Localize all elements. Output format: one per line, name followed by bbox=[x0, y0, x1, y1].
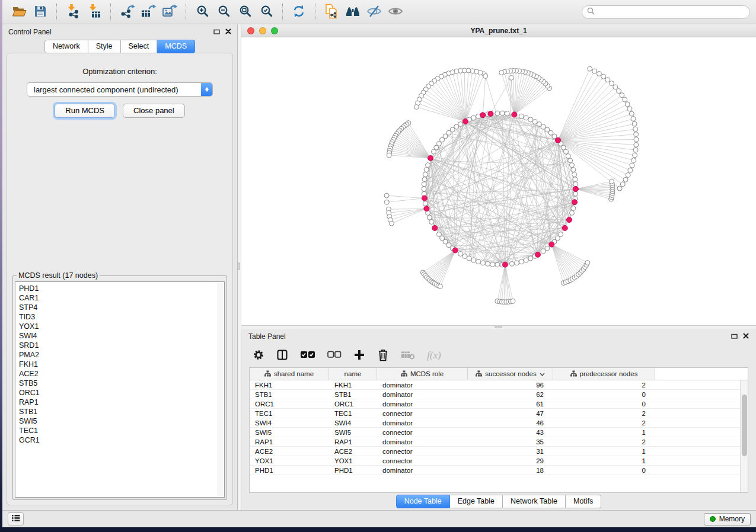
cell-predecessor-nodes[interactable]: 1 bbox=[553, 457, 655, 464]
show-all-button[interactable] bbox=[385, 2, 406, 21]
cell-successor-nodes[interactable]: 35 bbox=[468, 438, 553, 446]
search-input[interactable] bbox=[598, 8, 745, 16]
cell-mcds-role[interactable]: dominator bbox=[377, 382, 468, 389]
mcds-hub-node[interactable] bbox=[502, 262, 508, 267]
table-settings-button[interactable] bbox=[253, 349, 264, 363]
network-node[interactable] bbox=[573, 182, 578, 187]
cell-shared-name[interactable]: PHD1 bbox=[250, 467, 329, 474]
network-node[interactable] bbox=[467, 256, 471, 261]
mcds-result-list[interactable]: PHD1CAR1STP4TID3YOX1SWI4SRD1PMA2FKH1ACE2… bbox=[15, 281, 225, 498]
network-node[interactable] bbox=[585, 260, 590, 265]
network-node[interactable] bbox=[634, 137, 639, 142]
network-node[interactable] bbox=[424, 168, 429, 172]
cell-name[interactable]: ACE2 bbox=[329, 448, 377, 455]
network-node[interactable] bbox=[514, 261, 519, 265]
cell-name[interactable]: PHD1 bbox=[329, 467, 377, 474]
cell-shared-name[interactable]: TEC1 bbox=[250, 410, 329, 417]
cell-shared-name[interactable]: SWI5 bbox=[250, 429, 329, 436]
network-node[interactable] bbox=[625, 102, 630, 107]
network-node[interactable] bbox=[500, 111, 505, 116]
zoom-out-button[interactable] bbox=[213, 2, 234, 21]
cell-successor-nodes[interactable]: 46 bbox=[468, 419, 553, 427]
cell-successor-nodes[interactable]: 47 bbox=[468, 410, 553, 417]
task-history-button[interactable] bbox=[8, 512, 24, 525]
network-node[interactable] bbox=[495, 262, 500, 267]
network-node[interactable] bbox=[519, 114, 524, 118]
show-columns-button[interactable] bbox=[276, 349, 288, 363]
cell-mcds-role[interactable]: dominator bbox=[377, 400, 468, 408]
close-panel-icon[interactable] bbox=[225, 28, 231, 36]
network-node[interactable] bbox=[610, 179, 614, 184]
mcds-hub-node[interactable] bbox=[488, 111, 493, 116]
network-node[interactable] bbox=[414, 105, 419, 110]
function-builder-button[interactable]: f(x) bbox=[427, 350, 441, 361]
network-node[interactable] bbox=[524, 258, 528, 262]
network-node[interactable] bbox=[423, 201, 428, 206]
mcds-hub-node[interactable] bbox=[480, 113, 486, 118]
cell-predecessor-nodes[interactable]: 0 bbox=[553, 391, 655, 398]
network-node[interactable] bbox=[509, 261, 514, 266]
cell-predecessor-nodes[interactable]: 0 bbox=[553, 467, 655, 474]
close-panel-icon[interactable] bbox=[743, 332, 749, 341]
cell-mcds-role[interactable]: connector bbox=[377, 457, 468, 464]
network-node[interactable] bbox=[633, 127, 638, 132]
network-node[interactable] bbox=[511, 299, 515, 303]
network-node[interactable] bbox=[384, 200, 389, 204]
cell-shared-name[interactable]: SWI4 bbox=[250, 419, 329, 427]
mcds-hub-node[interactable] bbox=[573, 187, 579, 192]
network-node[interactable] bbox=[537, 122, 541, 127]
cell-shared-name[interactable]: YOX1 bbox=[250, 457, 329, 464]
clone-network-button[interactable] bbox=[321, 2, 342, 21]
close-window-icon[interactable] bbox=[247, 27, 254, 34]
mcds-result-item[interactable]: TID3 bbox=[19, 312, 224, 322]
mcds-hub-node[interactable] bbox=[422, 196, 427, 201]
network-node[interactable] bbox=[620, 182, 625, 187]
network-node[interactable] bbox=[528, 256, 533, 261]
network-node[interactable] bbox=[633, 148, 638, 152]
mcds-hub-node[interactable] bbox=[535, 252, 541, 257]
optimization-criterion-select[interactable]: largest connected component (undirected) bbox=[27, 82, 213, 97]
network-node[interactable] bbox=[605, 78, 610, 82]
table-row[interactable]: ACE2ACE2connector311 bbox=[250, 447, 748, 456]
network-graph[interactable] bbox=[241, 37, 756, 325]
mcds-result-item[interactable]: SWI5 bbox=[19, 416, 224, 426]
table-row[interactable]: TEC1TEC1connector472 bbox=[250, 409, 748, 418]
mcds-result-item[interactable]: STB1 bbox=[19, 407, 224, 416]
cell-name[interactable]: SWI4 bbox=[329, 419, 377, 427]
close-panel-button[interactable]: Close panel bbox=[123, 104, 185, 118]
network-node[interactable] bbox=[545, 246, 550, 251]
network-node[interactable] bbox=[592, 69, 597, 73]
cell-predecessor-nodes[interactable]: 2 bbox=[553, 410, 655, 417]
network-node[interactable] bbox=[623, 97, 627, 102]
cell-successor-nodes[interactable]: 96 bbox=[468, 382, 553, 389]
network-node[interactable] bbox=[483, 73, 488, 78]
table-row[interactable]: RAP1RAP1dominator352 bbox=[250, 437, 748, 447]
network-node[interactable] bbox=[601, 74, 606, 79]
cell-shared-name[interactable]: STB1 bbox=[250, 391, 329, 398]
network-node[interactable] bbox=[571, 168, 576, 172]
hide-selected-button[interactable] bbox=[363, 2, 385, 21]
table-row[interactable]: ORC1ORC1dominator610 bbox=[250, 399, 748, 409]
float-panel-icon[interactable] bbox=[731, 332, 738, 341]
tab-motifs[interactable]: Motifs bbox=[566, 495, 601, 508]
network-node[interactable] bbox=[423, 172, 428, 177]
delete-column-button[interactable] bbox=[377, 348, 389, 363]
cell-name[interactable]: TEC1 bbox=[329, 410, 377, 417]
minimize-window-icon[interactable] bbox=[259, 27, 266, 34]
tab-network[interactable]: Network bbox=[44, 40, 88, 53]
delete-table-button[interactable] bbox=[401, 350, 415, 362]
network-node[interactable] bbox=[429, 220, 434, 225]
network-node[interactable] bbox=[571, 206, 576, 210]
mcds-result-item[interactable]: YOX1 bbox=[19, 322, 224, 331]
tab-style[interactable]: Style bbox=[88, 40, 121, 53]
column-header-successor-nodes[interactable]: successor nodes bbox=[468, 368, 553, 380]
table-row[interactable]: STB1STB1dominator620 bbox=[250, 390, 748, 399]
cell-mcds-role[interactable]: connector bbox=[377, 410, 468, 417]
network-node[interactable] bbox=[610, 81, 614, 86]
mcds-result-item[interactable]: SRD1 bbox=[19, 341, 224, 350]
mcds-hub-node[interactable] bbox=[549, 242, 554, 247]
network-node[interactable] bbox=[462, 254, 467, 258]
network-node[interactable] bbox=[632, 121, 637, 126]
network-node[interactable] bbox=[422, 182, 426, 187]
network-node[interactable] bbox=[519, 259, 524, 264]
